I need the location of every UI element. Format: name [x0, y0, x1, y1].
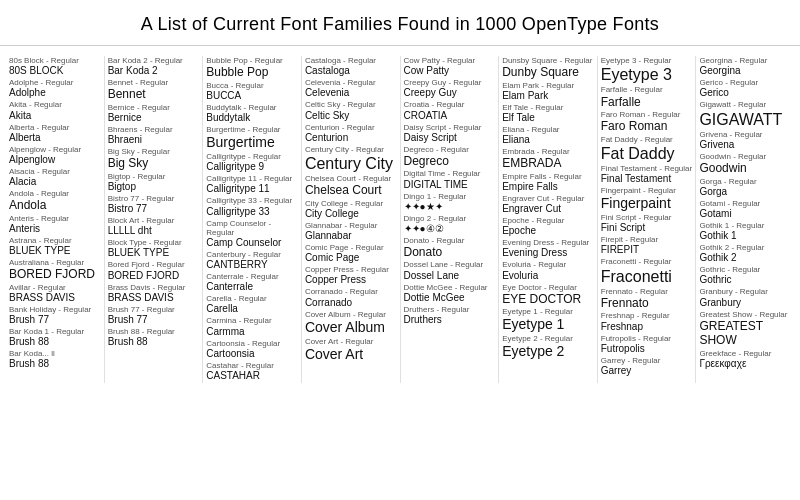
- font-display: CASTAHAR: [206, 370, 298, 382]
- font-entry: Degreco - RegularDegreco: [404, 145, 496, 169]
- font-display: Frennato: [601, 296, 693, 310]
- font-meta: Firepit - Regular: [601, 235, 693, 244]
- font-entry: Eliana - RegularEliana: [502, 125, 594, 146]
- font-display: Cartoonsia: [206, 348, 298, 360]
- font-meta: Cover Art - Regular: [305, 337, 397, 346]
- font-entry: Anteris - RegularAnteris: [9, 214, 101, 235]
- font-meta: Druthers - Regular: [404, 305, 496, 314]
- font-entry: Fraconetti - RegularFraconetti: [601, 257, 693, 285]
- font-meta: Faro Roman - Regular: [601, 110, 693, 119]
- font-entry: Gothik 1 - RegularGothik 1: [699, 221, 791, 242]
- font-meta: Gorga - Regular: [699, 177, 791, 186]
- font-meta: Bistro 77 - Regular: [108, 194, 200, 203]
- font-display: Γρεεκφαχε: [699, 358, 791, 370]
- font-entry: Bhraens - RegularBhraeni: [108, 125, 200, 146]
- font-entry: Castaloga - RegularCastaloga: [305, 56, 397, 77]
- font-entry: Buddytalk - RegularBuddytalk: [206, 103, 298, 124]
- font-display: 80S BLOCK: [9, 65, 101, 77]
- font-display: Bennet: [108, 87, 200, 101]
- font-display: Garrey: [601, 365, 693, 377]
- font-entry: Brush 88 - RegularBrush 88: [108, 327, 200, 348]
- font-display: Fini Script: [601, 222, 693, 234]
- font-entry: Fat Daddy - RegularFat Daddy: [601, 135, 693, 163]
- font-meta: Donato - Regular: [404, 236, 496, 245]
- column-8: Georgina - RegularGeorginaGerico - Regul…: [696, 56, 794, 383]
- font-meta: Fini Script - Regular: [601, 213, 693, 222]
- font-entry: Bernice - RegularBernice: [108, 103, 200, 124]
- font-display: City College: [305, 208, 397, 220]
- font-display: Final Testament: [601, 173, 693, 185]
- font-display: Fingerpaint: [601, 195, 693, 212]
- font-entry: Australiana - RegularBORED FJORD: [9, 258, 101, 282]
- font-entry: Bar Koda 2 - RegularBar Koda 2: [108, 56, 200, 77]
- font-display: Donato: [404, 245, 496, 259]
- font-meta: Eye Doctor - Regular: [502, 283, 594, 292]
- font-display: Bigtop: [108, 181, 200, 193]
- font-entry: Greekface - RegularΓρεεκφαχε: [699, 349, 791, 370]
- font-display: Comic Page: [305, 252, 397, 264]
- font-entry: Calligritype 11 - RegularCalligritype 11: [206, 174, 298, 195]
- font-display: Akita: [9, 110, 101, 122]
- font-entry: Canterbury - RegularCANTBERRY: [206, 250, 298, 271]
- font-meta: Astrana - Regular: [9, 236, 101, 245]
- font-meta: Croatia - Regular: [404, 100, 496, 109]
- font-entry: City College - RegularCity College: [305, 199, 397, 220]
- font-entry: Creepy Guy - RegularCreepy Guy: [404, 78, 496, 99]
- font-display: Brush 88: [108, 336, 200, 348]
- font-meta: Final Testament - Regular: [601, 164, 693, 173]
- font-display: Buddytalk: [206, 112, 298, 124]
- font-meta: Bored Fjord - Regular: [108, 260, 200, 269]
- font-display: Gotami: [699, 208, 791, 220]
- font-entry: Chelsea Court - RegularChelsea Court: [305, 174, 397, 198]
- font-meta: Gerico - Regular: [699, 78, 791, 87]
- font-display: Dossel Lane: [404, 270, 496, 282]
- font-entry: Dunsby Square - RegularDunby Square: [502, 56, 594, 80]
- font-display: Brush 88: [9, 336, 101, 348]
- font-entry: Cover Album - RegularCover Album: [305, 310, 397, 336]
- font-entry: Elam Park - RegularElam Park: [502, 81, 594, 102]
- font-entry: Gorga - RegularGorga: [699, 177, 791, 198]
- font-meta: Dossel Lane - Regular: [404, 260, 496, 269]
- font-meta: Greatest Show - Regular: [699, 310, 791, 319]
- font-display: Gorga: [699, 186, 791, 198]
- font-meta: Bernice - Regular: [108, 103, 200, 112]
- font-entry: Elf Tale - RegularElf Tale: [502, 103, 594, 124]
- font-entry: Eyetype 2 - RegularEyetype 2: [502, 334, 594, 360]
- font-entry: Granbury - RegularGranbury: [699, 287, 791, 308]
- font-entry: Celtic Sky - RegularCeltic Sky: [305, 100, 397, 121]
- font-meta: Brass Davis - Regular: [108, 283, 200, 292]
- font-entry: Corranado - RegularCorranado: [305, 287, 397, 308]
- font-entry: Goodwin - RegularGoodwin: [699, 152, 791, 176]
- font-display: Camp Counselor: [206, 237, 298, 249]
- font-meta: Avillar - Regular: [9, 283, 101, 292]
- font-entry: Bennet - RegularBennet: [108, 78, 200, 102]
- font-display: Alacia: [9, 176, 101, 188]
- font-meta: Bar Koda 1 - Regular: [9, 327, 101, 336]
- font-entry: Copper Press - RegularCopper Press: [305, 265, 397, 286]
- font-meta: Alberta - Regular: [9, 123, 101, 132]
- font-display: Cow Patty: [404, 65, 496, 77]
- font-entry: Carmina - RegularCarmma: [206, 316, 298, 337]
- font-meta: Gothik 1 - Regular: [699, 221, 791, 230]
- font-display: Faro Roman: [601, 119, 693, 133]
- font-entry: Andola - RegularAndola: [9, 189, 101, 213]
- font-entry: Bank Holiday - RegularBrush 77: [9, 305, 101, 326]
- font-display: FIREPIT: [601, 244, 693, 256]
- font-display: Brush 77: [108, 314, 200, 326]
- font-display: BRASS DAVIS: [9, 292, 101, 304]
- font-entry: Canterrale - RegularCanterrale: [206, 272, 298, 293]
- font-meta: Adolphe - Regular: [9, 78, 101, 87]
- font-meta: Digital Time - Regular: [404, 169, 496, 178]
- font-display: Andola: [9, 198, 101, 212]
- font-meta: Gotami - Regular: [699, 199, 791, 208]
- font-meta: Block Type - Regular: [108, 238, 200, 247]
- font-display: ✦✦●★✦: [404, 201, 496, 213]
- font-display: Anteris: [9, 223, 101, 235]
- column-5: Cow Patty - RegularCow PattyCreepy Guy -…: [401, 56, 500, 383]
- font-meta: Bucca - Regular: [206, 81, 298, 90]
- font-meta: Carmina - Regular: [206, 316, 298, 325]
- font-meta: 80s Block - Regular: [9, 56, 101, 65]
- font-meta: Freshnap - Regular: [601, 311, 693, 320]
- font-display: LLLLL dht: [108, 225, 200, 237]
- font-entry: Avillar - RegularBRASS DAVIS: [9, 283, 101, 304]
